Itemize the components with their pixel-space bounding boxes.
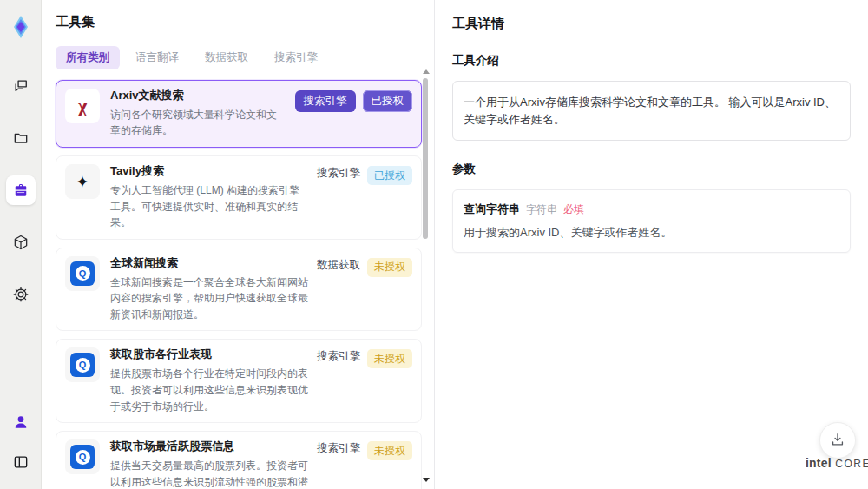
tool-list-panel: 工具集 所有类别 语言翻译 数据获取 搜索引擎 χ Arxiv文献搜索 访问各个… xyxy=(42,0,434,489)
sidebar-rail xyxy=(0,0,42,489)
category-tag: 搜索引擎 xyxy=(317,441,360,456)
intro-heading: 工具介绍 xyxy=(452,53,851,69)
briefcase-icon xyxy=(12,182,30,199)
sidebar-nav xyxy=(6,71,36,309)
arxiv-logo-icon: χ xyxy=(65,89,100,123)
category-tabs: 所有类别 语言翻译 数据获取 搜索引擎 xyxy=(56,46,434,69)
tool-card-list: χ Arxiv文献搜索 访问各个研究领域大量科学论文和文章的存储库。 搜索引擎 … xyxy=(56,80,422,489)
sidebar-bottom xyxy=(6,407,36,477)
sidebar-item-user[interactable] xyxy=(6,407,36,437)
user-avatar-icon xyxy=(12,413,30,431)
tool-intro-box: 一个用于从Arxiv存储库搜索科学论文和文章的工具。 输入可以是Arxiv ID… xyxy=(452,81,851,141)
sidebar-item-chat[interactable] xyxy=(6,71,36,101)
category-tag: 数据获取 xyxy=(317,258,360,273)
tool-detail-panel: 工具详情 工具介绍 一个用于从Arxiv存储库搜索科学论文和文章的工具。 输入可… xyxy=(434,0,868,489)
sidebar-item-settings[interactable] xyxy=(6,280,36,309)
sidebar-item-packages[interactable] xyxy=(6,228,36,257)
intel-core-logo: intel CORE xyxy=(806,455,861,471)
auth-status-badge: 未授权 xyxy=(367,258,412,277)
folder-icon xyxy=(12,129,30,147)
param-required-badge: 必填 xyxy=(563,202,584,217)
download-icon xyxy=(829,431,846,451)
param-name: 查询字符串 xyxy=(464,202,520,217)
tool-card-active-stocks[interactable]: Q 获取市场最活跃股票信息 提供当天交易量最高的股票列表。投资者可以利用这些信息… xyxy=(56,431,422,489)
detail-title: 工具详情 xyxy=(452,16,851,32)
sidebar-item-collapse[interactable] xyxy=(6,447,36,477)
category-button[interactable]: 搜索引擎 xyxy=(295,90,356,112)
collapse-panel-icon xyxy=(12,453,30,471)
app-logo-icon xyxy=(8,14,34,40)
param-description: 用于搜索的Arxiv ID、关键字或作者姓名。 xyxy=(464,225,839,241)
tavily-star-icon: ✦ xyxy=(65,164,100,199)
tool-title: Arxiv文献搜索 xyxy=(110,89,286,103)
scroll-up-arrow-icon[interactable] xyxy=(423,69,430,74)
sidebar-item-files[interactable] xyxy=(6,123,36,153)
scrollbar-thumb[interactable] xyxy=(423,78,428,239)
tool-card-sector-performance[interactable]: Q 获取股市各行业表现 提供股票市场各个行业在特定时间段内的表现。投资者可以利用… xyxy=(56,339,422,423)
authorized-button[interactable]: 已授权 xyxy=(363,90,413,112)
gear-icon xyxy=(12,286,30,303)
download-button[interactable] xyxy=(819,422,856,459)
category-tag: 搜索引擎 xyxy=(317,166,360,181)
stock-tool-logo-icon: Q xyxy=(65,347,100,382)
parameter-card: 查询字符串 字符串 必填 用于搜索的Arxiv ID、关键字或作者姓名。 xyxy=(452,189,851,253)
category-tag: 搜索引擎 xyxy=(317,349,360,364)
param-type: 字符串 xyxy=(526,202,557,217)
params-heading: 参数 xyxy=(452,162,851,177)
tool-card-tavily[interactable]: ✦ Tavily搜索 专为人工智能代理 (LLM) 构建的搜索引擎工具。可快速提… xyxy=(56,155,422,240)
tool-card-global-news[interactable]: Q 全球新闻搜索 全球新闻搜索是一个聚合全球各大新闻网站内容的搜索引擎，帮助用户… xyxy=(56,248,422,332)
tool-title: Tavily搜索 xyxy=(110,164,308,179)
tool-description: 访问各个研究领域大量科学论文和文章的存储库。 xyxy=(110,107,286,139)
auth-status-badge: 未授权 xyxy=(367,349,412,368)
tool-description: 提供股票市场各个行业在特定时间段内的表现。投资者可以利用这些信息来识别表现优于或… xyxy=(110,366,308,414)
auth-status-badge: 已授权 xyxy=(367,166,412,185)
tab-data-fetch[interactable]: 数据获取 xyxy=(194,46,259,69)
list-scrollbar[interactable] xyxy=(422,71,429,482)
auth-status-badge: 未授权 xyxy=(367,441,412,460)
cube-icon xyxy=(12,234,30,251)
tool-description: 全球新闻搜索是一个聚合全球各大新闻网站内容的搜索引擎，帮助用户快速获取全球最新资… xyxy=(110,274,308,323)
app-window: 工具集 所有类别 语言翻译 数据获取 搜索引擎 χ Arxiv文献搜索 访问各个… xyxy=(0,0,868,489)
stock-tool-logo-icon: Q xyxy=(65,439,100,474)
tool-title: 获取市场最活跃股票信息 xyxy=(110,439,308,454)
tool-description: 专为人工智能代理 (LLM) 构建的搜索引擎工具。可快速提供实时、准确和真实的结… xyxy=(110,182,308,231)
tool-title: 全球新闻搜索 xyxy=(110,256,308,271)
tab-language-translation[interactable]: 语言翻译 xyxy=(125,46,189,69)
tool-title: 获取股市各行业表现 xyxy=(110,347,308,362)
scroll-down-arrow-icon[interactable] xyxy=(423,478,430,482)
sidebar-item-tools[interactable] xyxy=(6,175,36,205)
tool-card-arxiv[interactable]: χ Arxiv文献搜索 访问各个研究领域大量科学论文和文章的存储库。 搜索引擎 … xyxy=(56,80,422,148)
page-title: 工具集 xyxy=(56,14,434,30)
tab-search-engine[interactable]: 搜索引擎 xyxy=(264,46,328,69)
tool-description: 提供当天交易量最高的股票列表。投资者可以利用这些信息来识别流动性强的股票和潜在的… xyxy=(110,458,308,489)
news-search-logo-icon: Q xyxy=(65,256,100,291)
chat-icon xyxy=(12,77,30,95)
tab-all-categories[interactable]: 所有类别 xyxy=(56,46,120,69)
